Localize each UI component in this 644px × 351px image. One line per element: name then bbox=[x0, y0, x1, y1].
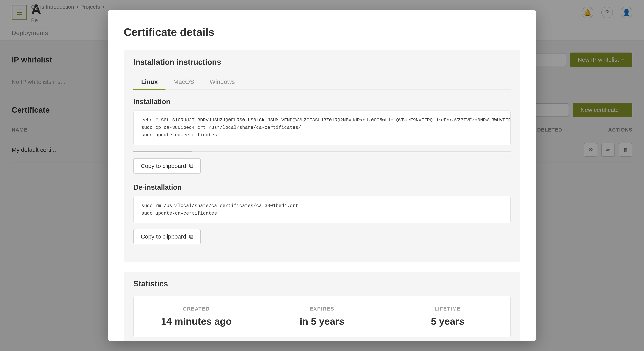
stat-expires-label: EXPIRES bbox=[267, 306, 377, 312]
deinstall-heading: De-installation bbox=[134, 183, 510, 191]
install-code: echo "LS0tLS1CRUdJTiBDRVJUSUZJQ0FURS0tLS… bbox=[134, 111, 510, 145]
stats-grid: CREATED 14 minutes ago EXPIRES in 5 year… bbox=[134, 296, 510, 337]
stat-expires: EXPIRES in 5 years bbox=[259, 296, 385, 337]
tab-macos[interactable]: MacOS bbox=[166, 74, 202, 90]
installation-section: Installation instructions Linux MacOS Wi… bbox=[124, 50, 520, 262]
install-heading: Installation bbox=[134, 98, 510, 106]
deinstall-code: sudo rm /usr/local/share/ca-certificates… bbox=[134, 196, 510, 223]
copy-icon: ⧉ bbox=[189, 162, 193, 169]
modal-overlay: Certificate details Installation instruc… bbox=[0, 0, 644, 351]
stat-created-value: 14 minutes ago bbox=[141, 316, 251, 327]
modal-title: Certificate details bbox=[124, 26, 520, 38]
copy-icon-2: ⧉ bbox=[189, 233, 193, 240]
stat-lifetime-value: 5 years bbox=[393, 316, 503, 327]
code-scrollbar[interactable] bbox=[134, 151, 510, 152]
certificate-details-modal: Certificate details Installation instruc… bbox=[108, 10, 536, 341]
statistics-heading: Statistics bbox=[134, 279, 510, 288]
tab-windows[interactable]: Windows bbox=[202, 74, 243, 90]
deinstall-copy-button[interactable]: Copy to clipboard ⧉ bbox=[134, 229, 201, 244]
stat-created: CREATED 14 minutes ago bbox=[134, 296, 259, 337]
os-tabs: Linux MacOS Windows bbox=[134, 74, 510, 90]
stat-lifetime-label: LIFETIME bbox=[393, 306, 503, 312]
install-copy-button[interactable]: Copy to clipboard ⧉ bbox=[134, 158, 201, 174]
stat-lifetime: LIFETIME 5 years bbox=[385, 296, 510, 337]
tab-linux[interactable]: Linux bbox=[134, 74, 166, 90]
stat-expires-value: in 5 years bbox=[267, 316, 377, 327]
statistics-section: Statistics CREATED 14 minutes ago EXPIRE… bbox=[124, 272, 520, 341]
stat-created-label: CREATED bbox=[141, 306, 251, 312]
installation-heading: Installation instructions bbox=[134, 58, 510, 67]
